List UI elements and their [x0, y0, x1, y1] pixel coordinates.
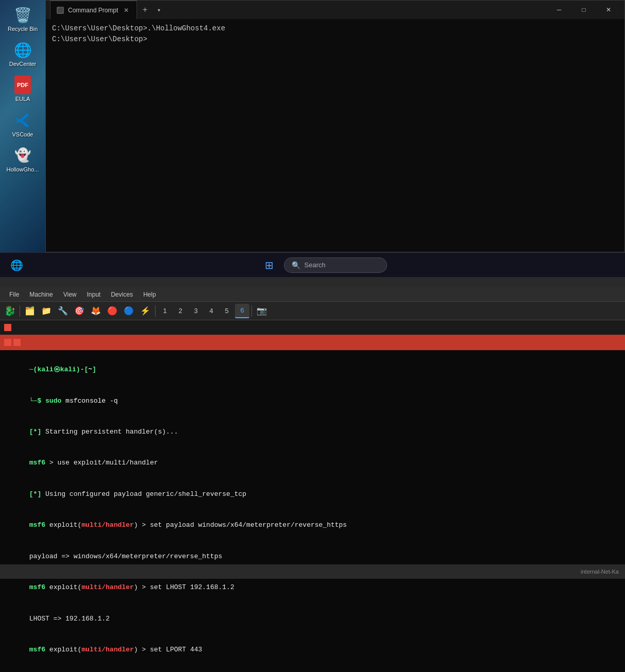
vscode-icon [13, 111, 32, 130]
terminal-line-2: └─$ sudo msfconsole -q [5, 385, 620, 416]
taskbar-left: 🌐 [6, 255, 27, 275]
cmd-line-1: C:\Users\User\Desktop>.\HollowGhost4.exe [52, 23, 618, 34]
taskbar: 🌐 ⊞ 🔍 Search [0, 252, 625, 277]
taskbar-browser-icon[interactable]: 🌐 [6, 255, 27, 275]
toolbar-icon-9[interactable]: ⚡ [138, 304, 153, 318]
toolbar-icon-5[interactable]: 🎯 [72, 304, 87, 318]
cmd-tab[interactable]: ⬛ Command Prompt ✕ [50, 1, 137, 19]
new-tab-button[interactable]: + [137, 2, 153, 18]
desktop-icon-devcenter[interactable]: 🌐 DevCenter [3, 38, 42, 71]
menu-machine[interactable]: Machine [24, 289, 58, 300]
menu-file[interactable]: File [4, 289, 24, 300]
status-indicator-3 [13, 339, 21, 346]
toolbar-icon-4[interactable]: 🔧 [55, 304, 71, 318]
vm-red-bar [0, 335, 625, 350]
toolbar-icon-screenshot[interactable]: 📷 [254, 304, 269, 318]
ghost-icon: 👻 [13, 146, 32, 165]
vm-divider [0, 277, 625, 287]
close-button[interactable]: ✕ [597, 2, 620, 18]
terminal-line-11: LPORT => 443 [5, 665, 620, 672]
cmd-tab-title: Command Prompt [68, 7, 118, 14]
terminal-line-4: msf6 > use exploit/multi/handler [5, 447, 620, 478]
tab-4[interactable]: 4 [204, 304, 218, 318]
vm-name-label: internal-Net-Ka [581, 568, 619, 575]
window-controls: ─ □ ✕ [547, 2, 620, 18]
toolbar-icon-7[interactable]: 🔴 [105, 304, 120, 318]
tab-dropdown-button[interactable]: ▾ [153, 2, 165, 18]
devcenter-icon: 🌐 [13, 41, 32, 59]
cmd-tab-close-button[interactable]: ✕ [122, 6, 130, 14]
cmd-content: C:\Users\User\Desktop>.\HollowGhost4.exe… [46, 19, 624, 252]
toolbar-icon-8[interactable]: 🔵 [121, 304, 137, 318]
cmd-line-2: C:\Users\User\Desktop> [52, 34, 618, 45]
vbox-toolbar: 🐉 🗂️ 📁 🔧 🎯 🦊 🔴 🔵 ⚡ 1 2 3 4 5 6 📷 [0, 302, 625, 320]
terminal-line-6: msf6 exploit(multi/handler) > set payloa… [5, 510, 620, 541]
devcenter-label: DevCenter [9, 61, 37, 67]
search-placeholder: Search [305, 261, 326, 269]
terminal-line-5: [*] Using configured payload generic/she… [5, 479, 620, 510]
cmd-titlebar: ⬛ Command Prompt ✕ + ▾ ─ □ ✕ [46, 1, 624, 19]
taskbar-center: ⊞ 🔍 Search [259, 255, 387, 275]
toolbar-kali-icon[interactable]: 🐉 [2, 304, 18, 318]
toolbar-sep-2 [155, 305, 156, 317]
search-icon: 🔍 [292, 261, 300, 269]
desktop-icon-hollow-ghost[interactable]: 👻 HollowGho... [3, 143, 42, 176]
toolbar-sep-3 [251, 305, 252, 317]
status-indicator-2 [4, 339, 11, 346]
toolbar-sep-1 [20, 305, 20, 317]
vm-header-bar: internal-Net-Ka [0, 564, 625, 579]
terminal-line-9: LHOST => 192.168.1.2 [5, 603, 620, 634]
terminal-line-3: [*] Starting persistent handler(s)... [5, 417, 620, 447]
tab-1[interactable]: 1 [158, 304, 172, 318]
recycle-bin-icon: 🗑️ [13, 6, 32, 24]
search-bar[interactable]: 🔍 Search [284, 257, 387, 273]
desktop-icon-eula[interactable]: PDF EULA [3, 73, 42, 106]
vm-status-bar [0, 320, 625, 335]
menu-view[interactable]: View [58, 289, 82, 300]
desktop-icon-recycle-bin[interactable]: 🗑️ Recycle Bin [3, 3, 42, 36]
toolbar-icon-3[interactable]: 📁 [39, 304, 54, 318]
pdf-icon: PDF [13, 76, 32, 94]
desktop-icon-vscode[interactable]: VSCode [3, 108, 42, 141]
status-indicator-1 [4, 324, 11, 331]
hollow-ghost-label: HollowGho... [7, 166, 39, 173]
terminal-line-1: ─(kali㉿kali)-[~] [5, 354, 620, 385]
start-button[interactable]: ⊞ [259, 255, 280, 275]
maximize-button[interactable]: □ [572, 2, 596, 18]
terminal-line-10: msf6 exploit(multi/handler) > set LPORT … [5, 634, 620, 665]
minimize-button[interactable]: ─ [547, 2, 571, 18]
kali-terminal[interactable]: ─(kali㉿kali)-[~] └─$ sudo msfconsole -q … [0, 350, 625, 672]
toolbar-icon-6[interactable]: 🦊 [88, 304, 104, 318]
vbox-window: internal-Net-Ka File Machine View Input … [0, 287, 625, 672]
cmd-tab-icon: ⬛ [57, 7, 64, 14]
browser-icon: 🌐 [10, 259, 23, 271]
menu-devices[interactable]: Devices [106, 289, 138, 300]
vbox-menubar: File Machine View Input Devices Help [0, 287, 625, 302]
recycle-bin-label: Recycle Bin [8, 26, 38, 32]
eula-label: EULA [15, 96, 30, 102]
cmd-window: ⬛ Command Prompt ✕ + ▾ ─ □ ✕ C:\Users\Us… [45, 0, 625, 252]
tab-5[interactable]: 5 [219, 304, 234, 318]
windows-logo-icon: ⊞ [265, 259, 274, 271]
tab-6[interactable]: 6 [235, 304, 249, 318]
tab-3[interactable]: 3 [189, 304, 203, 318]
toolbar-icon-2[interactable]: 🗂️ [22, 304, 38, 318]
menu-help[interactable]: Help [138, 289, 161, 300]
menu-input[interactable]: Input [82, 289, 106, 300]
vscode-label: VSCode [12, 131, 33, 138]
desktop: 🗑️ Recycle Bin 🌐 DevCenter PDF EULA VSCo… [0, 0, 45, 252]
tab-2[interactable]: 2 [173, 304, 188, 318]
